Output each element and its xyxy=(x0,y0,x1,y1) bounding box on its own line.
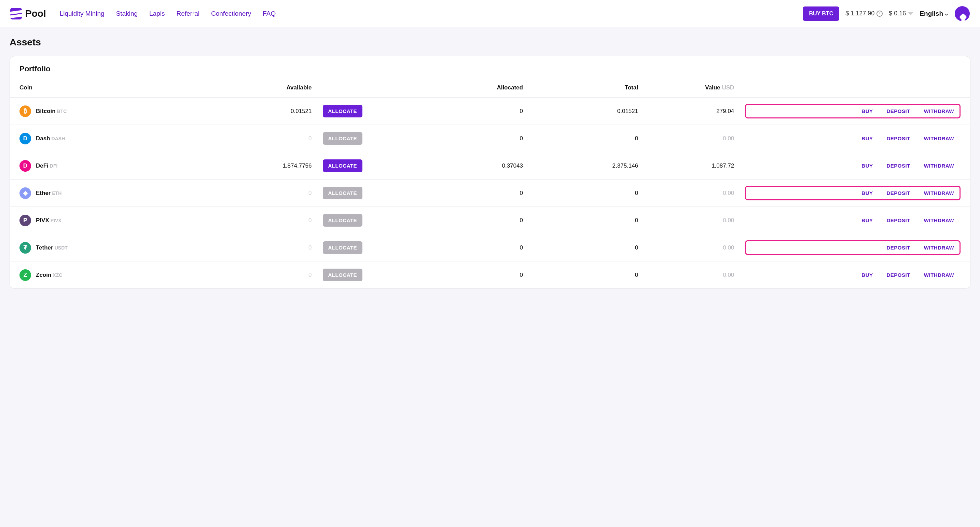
value-usd: 0.00 xyxy=(644,262,740,289)
nav-staking[interactable]: Staking xyxy=(116,10,138,17)
nav-confectionery[interactable]: Confectionery xyxy=(211,10,251,17)
allocated-value: 0 xyxy=(413,179,528,207)
coin-icon-xzc: Z xyxy=(19,269,31,281)
allocate-button-dfi[interactable]: ALLOCATE xyxy=(323,159,363,172)
total-value: 0 xyxy=(528,207,644,234)
buy-link-dash[interactable]: BUY xyxy=(861,135,873,141)
portfolio-title: Portfolio xyxy=(10,56,970,77)
dropdown-triangle-icon xyxy=(908,12,913,15)
deposit-link-usdt[interactable]: DEPOSIT xyxy=(886,245,910,251)
coin-symbol: DASH xyxy=(52,136,65,141)
coin-symbol: DFI xyxy=(50,163,58,168)
allocated-value: 0.37043 xyxy=(413,152,528,179)
total-value: 0 xyxy=(528,262,644,289)
buy-link-dfi[interactable]: BUY xyxy=(861,163,873,168)
row-actions: BUYDEPOSITWITHDRAW xyxy=(745,159,961,173)
available-value: 0 xyxy=(212,262,317,289)
table-row: PPIVXPIVX0ALLOCATE000.00BUYDEPOSITWITHDR… xyxy=(10,207,970,234)
deposit-link-eth[interactable]: DEPOSIT xyxy=(886,190,910,196)
available-value: 0 xyxy=(212,125,317,152)
language-label: English xyxy=(920,10,943,17)
allocated-value: 0 xyxy=(413,207,528,234)
value-usd: 279.04 xyxy=(644,98,740,125)
coin-icon-dash: D xyxy=(19,133,31,144)
allocated-value: 0 xyxy=(413,125,528,152)
value-usd: 0.00 xyxy=(644,125,740,152)
coin-icon-pivx: P xyxy=(19,215,31,226)
nav-liquidity-mining[interactable]: Liquidity Mining xyxy=(60,10,105,17)
col-available: Available xyxy=(212,77,317,98)
deposit-link-btc[interactable]: DEPOSIT xyxy=(886,108,910,114)
buy-btc-button[interactable]: BUY BTC xyxy=(803,6,839,21)
col-coin: Coin xyxy=(10,77,212,98)
deposit-link-xzc[interactable]: DEPOSIT xyxy=(886,272,910,278)
buy-link-eth[interactable]: BUY xyxy=(861,190,873,196)
withdraw-link-pivx[interactable]: WITHDRAW xyxy=(924,217,954,223)
table-row: DDeFiDFI1,874.7756ALLOCATE0.370432,375.1… xyxy=(10,152,970,179)
coin-icon-btc: ₿ xyxy=(19,105,31,117)
withdraw-link-dash[interactable]: WITHDRAW xyxy=(924,135,954,141)
withdraw-link-usdt[interactable]: WITHDRAW xyxy=(924,245,954,251)
table-row: ₮TetherUSDT0ALLOCATE000.00DEPOSITWITHDRA… xyxy=(10,234,970,262)
avatar[interactable] xyxy=(955,6,970,21)
available-value: 0 xyxy=(212,179,317,207)
allocated-value: 0 xyxy=(413,98,528,125)
deposit-link-dfi[interactable]: DEPOSIT xyxy=(886,163,910,168)
coin-symbol: XZC xyxy=(52,272,62,278)
value-usd: 0.00 xyxy=(644,234,740,262)
table-row: ₿BitcoinBTC0.01521ALLOCATE00.01521279.04… xyxy=(10,98,970,125)
row-actions: BUYDEPOSITWITHDRAW xyxy=(745,131,961,146)
total-value: 0 xyxy=(528,234,644,262)
coin-name: Tether xyxy=(36,244,53,251)
language-selector[interactable]: English ⌄ xyxy=(920,10,948,17)
total-value: 0.01521 xyxy=(528,98,644,125)
buy-link-pivx[interactable]: BUY xyxy=(861,217,873,223)
buy-link-xzc[interactable]: BUY xyxy=(861,272,873,278)
table-row: ◆EtherETH0ALLOCATE000.00BUYDEPOSITWITHDR… xyxy=(10,179,970,207)
topbar: Pool Liquidity MiningStakingLapisReferra… xyxy=(0,0,980,27)
deposit-link-pivx[interactable]: DEPOSIT xyxy=(886,217,910,223)
total-value: 2,375.146 xyxy=(528,152,644,179)
coin-name: Dash xyxy=(36,135,50,142)
row-actions: BUYDEPOSITWITHDRAW xyxy=(745,186,961,200)
coin-icon-usdt: ₮ xyxy=(19,242,31,254)
coin-symbol: ETH xyxy=(52,190,62,196)
nav-referral[interactable]: Referral xyxy=(176,10,199,17)
nav-lapis[interactable]: Lapis xyxy=(149,10,165,17)
table-row: DDashDASH0ALLOCATE000.00BUYDEPOSITWITHDR… xyxy=(10,125,970,152)
value-usd: 1,087.72 xyxy=(644,152,740,179)
coin-symbol: BTC xyxy=(57,108,67,114)
withdraw-link-btc[interactable]: WITHDRAW xyxy=(924,108,954,114)
row-actions: BUYDEPOSITWITHDRAW xyxy=(745,104,961,118)
price-dfi-value: $ 0.16 xyxy=(889,10,906,17)
clock-icon xyxy=(877,11,883,17)
price-btc[interactable]: $ 1,127.90 xyxy=(845,10,883,17)
chef-hat-icon xyxy=(957,12,967,21)
brand-name: Pool xyxy=(25,8,46,19)
coin-name: Zcoin xyxy=(36,272,51,278)
coin-name: DeFi xyxy=(36,162,48,169)
row-actions: DEPOSITWITHDRAW xyxy=(745,240,961,255)
total-value: 0 xyxy=(528,125,644,152)
available-value: 1,874.7756 xyxy=(212,152,317,179)
nav-faq[interactable]: FAQ xyxy=(262,10,276,17)
page-title: Assets xyxy=(10,37,970,48)
allocated-value: 0 xyxy=(413,262,528,289)
coin-icon-eth: ◆ xyxy=(19,187,31,199)
withdraw-link-dfi[interactable]: WITHDRAW xyxy=(924,163,954,168)
withdraw-link-eth[interactable]: WITHDRAW xyxy=(924,190,954,196)
allocate-button-btc[interactable]: ALLOCATE xyxy=(323,105,363,117)
deposit-link-dash[interactable]: DEPOSIT xyxy=(886,135,910,141)
price-dfi[interactable]: $ 0.16 xyxy=(889,10,913,17)
buy-link-btc[interactable]: BUY xyxy=(861,108,873,114)
allocated-value: 0 xyxy=(413,234,528,262)
available-value: 0 xyxy=(212,207,317,234)
chevron-down-icon: ⌄ xyxy=(945,11,948,16)
coin-symbol: PIVX xyxy=(51,218,62,223)
portfolio-table: Coin Available Allocated Total Value USD… xyxy=(10,77,970,289)
main-nav: Liquidity MiningStakingLapisReferralConf… xyxy=(60,10,803,17)
col-allocate-btn xyxy=(317,77,413,98)
allocate-button-eth: ALLOCATE xyxy=(323,187,363,199)
withdraw-link-xzc[interactable]: WITHDRAW xyxy=(924,272,954,278)
logo[interactable]: Pool xyxy=(10,8,46,19)
